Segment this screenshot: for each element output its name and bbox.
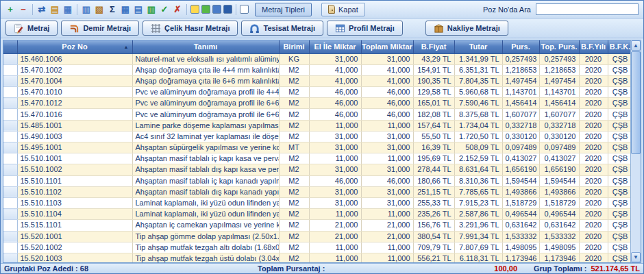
poz-search-input[interactable] [536, 3, 639, 15]
cell-tutar: 8.310,36 TL [454, 175, 502, 186]
document-icon[interactable]: ▥ [80, 3, 92, 16]
tab-nakliye-metraji[interactable]: Nakliye Metrajı [425, 21, 508, 36]
column-header-tanimi[interactable]: Tanımı [132, 40, 279, 53]
group-total-label: Grup Toplamı : [534, 264, 586, 273]
row-indicator [3, 131, 17, 142]
cell-bf-yili: 2020 [579, 142, 608, 153]
color-yellow-swatch[interactable] [190, 5, 199, 14]
table-row[interactable]: 15.490.1003Ac4 sınıf 32 laminat yer kapl… [3, 131, 630, 142]
windows-icon[interactable]: ▦ [62, 3, 74, 16]
report-icon[interactable]: ▤ [132, 3, 145, 16]
add-record-icon[interactable]: + [4, 3, 16, 16]
edit-document-icon[interactable]: ▧ [93, 3, 106, 16]
scrollbar-thumb[interactable] [631, 51, 641, 154]
table-row[interactable]: 15.520.1001Tip ahşap gömme dolap yapılma… [3, 231, 630, 242]
cell-tutar: 1.341,99 TL [454, 53, 502, 64]
sum-icon[interactable]: Σ [106, 3, 119, 16]
color-green-swatch[interactable] [201, 5, 210, 14]
cell-purs: 1,607077 [502, 109, 539, 120]
tab-celik-hasir-metraji[interactable]: Çelik Hasır Metrajı [143, 21, 238, 36]
table-row[interactable]: 15.520.1002Tip ahşap mutfak tezgah altı … [3, 242, 630, 253]
column-header-poz-no[interactable]: Poz No ▲ [17, 40, 132, 53]
table-row[interactable]: 15.470.1002Ahşap doğramaya çıta ile 4+4 … [3, 64, 630, 75]
table-row[interactable]: 15.485.1001Lamine parke döşeme kaplaması… [3, 120, 630, 131]
table-row[interactable]: 15.495.1001Ahşaptan süpürgelik yapılması… [3, 142, 630, 153]
cell-birim: M2 [279, 209, 309, 220]
table-row[interactable]: 15.460.1006Naturel-mat ve eloksallı ısı … [3, 53, 630, 64]
column-header-tutar[interactable]: Tutar [454, 40, 502, 53]
table-icon[interactable]: ▦ [119, 3, 132, 16]
cell-tanim: Lamine parke döşeme kaplaması yapılması … [132, 120, 279, 131]
apply-icon[interactable]: ✓ [158, 3, 171, 16]
cell-toplam-miktar: 46,000 [361, 98, 413, 109]
cell-poz-no: 15.510.1002 [17, 164, 132, 175]
toolbar-separator [236, 4, 236, 15]
cell-b-fiyat: 180,66 TL [413, 175, 454, 186]
column-header-b-fiyat[interactable]: B.Fiyat [413, 40, 454, 53]
color-white-swatch[interactable] [240, 5, 249, 14]
copy-record-icon[interactable]: ⇄ [36, 3, 48, 16]
scroll-down-button[interactable]: ▼ [631, 252, 641, 262]
metraj-tipleri-button[interactable]: Metraj Tipleri [255, 3, 312, 16]
table-row[interactable]: 15.510.1102Ahşaptan masif tablalı dış ka… [3, 186, 630, 197]
table-row[interactable]: 15.520.1003Tip ahşap mutfak tezgah üstü … [3, 253, 630, 262]
tab-metraj[interactable]: Metraj [5, 21, 58, 36]
table-row[interactable]: 15.510.1103Laminat kaplamalı, iki yüzü o… [3, 197, 630, 208]
cell-b-fiyat: 190,35 TL [413, 75, 454, 86]
cell-bfk: ÇŞB [608, 209, 630, 220]
tab-demir-metraji[interactable]: Demir Metrajı [61, 21, 139, 36]
cancel-icon[interactable]: ✗ [171, 3, 184, 16]
table-row[interactable]: 15.510.1001Ahşaptan masif tablalı iç kap… [3, 153, 630, 164]
group-total-value: 521.174,65 TL [591, 264, 640, 273]
column-header-purs[interactable]: Purs. [502, 40, 539, 53]
cell-bfk: ÇŞB [608, 131, 630, 142]
tab-tesisat-metraji[interactable]: Tesisat Metrajı [241, 21, 323, 36]
cell-tutar: 6.118,31 TL [454, 253, 502, 262]
cell-bfk: ÇŞB [608, 87, 630, 98]
color-blue-swatch[interactable] [212, 5, 221, 14]
cell-bf-yili: 2020 [579, 253, 608, 262]
cell-poz-no: 15.490.1003 [17, 131, 132, 142]
table-row[interactable]: 15.470.1016Pvc ve alüminyum doğramaya pr… [3, 109, 630, 120]
cell-birim: M2 [279, 175, 309, 186]
column-header-top-purs[interactable]: Top. Purs. [539, 40, 579, 53]
cell-b-fiyat: 278,44 TL [413, 164, 454, 175]
column-header-toplam-miktar[interactable]: Toplam Miktar [361, 40, 413, 53]
column-header-birimi[interactable]: Birimi [279, 40, 309, 53]
scroll-up-button[interactable]: ▲ [631, 40, 641, 51]
cell-birim: M2 [279, 64, 309, 75]
cell-top-purs: 1,173946 [539, 253, 579, 262]
table-row[interactable]: 15.510.1101Ahşaptan masif tablalı iç kap… [3, 175, 630, 186]
table-row[interactable]: 15.515.1101Ahşaptan iç camekan yapılması… [3, 220, 630, 231]
cell-el-ile-miktar: 41,000 [309, 75, 361, 86]
table-row[interactable]: 15.470.1012Pvc ve alüminyum doğramaya pr… [3, 98, 630, 109]
table-row[interactable]: 15.470.1010Pvc ve alüminyum doğramaya pr… [3, 87, 630, 98]
cell-b-fiyat: 129,58 TL [413, 87, 454, 98]
row-indicator [3, 153, 17, 164]
cell-top-purs: 1,607077 [539, 109, 579, 120]
row-indicator [3, 109, 17, 120]
delete-record-icon[interactable]: − [17, 3, 29, 16]
tab-profil-metraji[interactable]: Profil Metrajı [327, 21, 403, 36]
cell-poz-no: 15.520.1002 [17, 242, 132, 253]
color-navy-swatch[interactable] [223, 5, 232, 14]
cell-tanim: Ahşaptan masif tablalı dış kapı kasa ve … [132, 164, 279, 175]
cell-bf-yili: 2020 [579, 98, 608, 109]
cell-bfk: ÇŞB [608, 53, 630, 64]
table-row[interactable]: 15.470.1004Ahşap doğramaya çıta ile 6+6 … [3, 75, 630, 86]
cell-el-ile-miktar: 11,000 [309, 120, 361, 131]
cell-el-ile-miktar: 11,000 [309, 153, 361, 164]
column-header-bfk[interactable]: B.F.K. [608, 40, 630, 53]
column-header-bf-yili[interactable]: B.F.Yılı [579, 40, 608, 53]
table-row[interactable]: 15.510.1104Laminat kaplamalı, iki yüzü o… [3, 209, 630, 220]
export-icon[interactable]: ▥ [145, 3, 158, 16]
vertical-scrollbar[interactable]: ▲ ▼ [630, 40, 641, 262]
folder-icon[interactable]: ▤ [49, 3, 61, 16]
cell-purs: 0,631642 [502, 220, 539, 231]
cell-tanim: Naturel-mat ve eloksallı ısı yalıtımlı a… [132, 53, 279, 64]
column-header-el-ile-miktar[interactable]: El İle Miktar [309, 40, 361, 53]
table-row[interactable]: 15.510.1002Ahşaptan masif tablalı dış ka… [3, 164, 630, 175]
metraj-type-toolbar: Metraj Demir Metrajı Çelik Hasır Metrajı… [1, 18, 643, 38]
cell-b-fiyat: 43,29 TL [413, 53, 454, 64]
kapat-button[interactable]: Kapat [321, 3, 365, 16]
